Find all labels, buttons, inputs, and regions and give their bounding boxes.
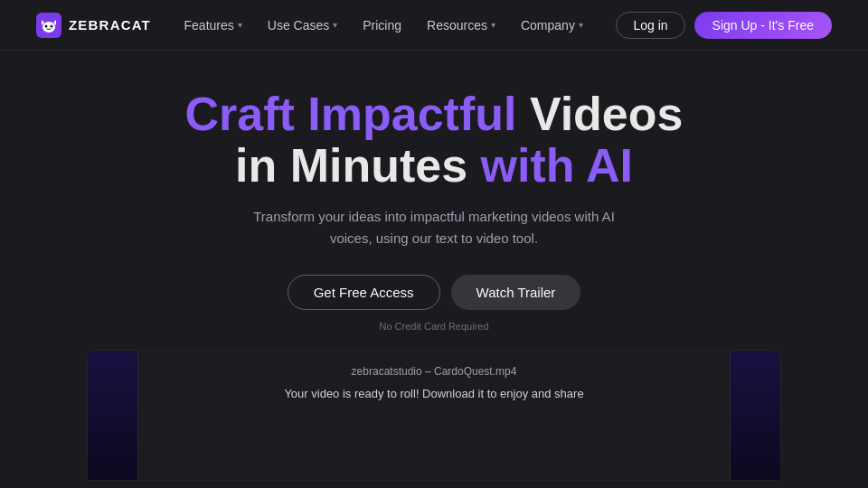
video-preview: zebracatstudio – CardoQuest.mp4 Your vid… — [87, 350, 781, 481]
chevron-down-icon: ▾ — [333, 20, 337, 30]
video-sidebar-left — [88, 351, 137, 480]
signup-button[interactable]: Sign Up - It's Free — [694, 12, 832, 39]
video-filename: zebracatstudio – CardoQuest.mp4 — [160, 365, 708, 378]
hero-buttons: Get Free Access Watch Trailer — [288, 275, 581, 310]
nav-actions: Log in Sign Up - It's Free — [616, 12, 832, 39]
navbar: ZEBRACAT Features ▾ Use Cases ▾ Pricing … — [0, 0, 868, 51]
svg-point-1 — [42, 22, 55, 33]
video-message: Your video is ready to roll! Download it… — [160, 387, 708, 400]
get-free-access-button[interactable]: Get Free Access — [288, 275, 440, 310]
nav-item-features[interactable]: Features ▾ — [184, 18, 242, 33]
logo-icon — [36, 13, 61, 38]
no-credit-card-text: No Credit Card Required — [379, 321, 488, 332]
nav-item-use-cases[interactable]: Use Cases ▾ — [268, 18, 337, 33]
nav-item-pricing[interactable]: Pricing — [363, 18, 401, 33]
watch-trailer-button[interactable]: Watch Trailer — [451, 275, 581, 310]
login-button[interactable]: Log in — [616, 12, 684, 39]
video-sidebar-right — [731, 351, 780, 480]
chevron-down-icon: ▾ — [579, 20, 583, 30]
hero-title: Craft Impactful Videos in Minutes with A… — [185, 89, 684, 192]
nav-item-company[interactable]: Company ▾ — [521, 18, 583, 33]
nav-item-resources[interactable]: Resources ▾ — [427, 18, 495, 33]
logo[interactable]: ZEBRACAT — [36, 13, 151, 38]
video-main-area: zebracatstudio – CardoQuest.mp4 Your vid… — [137, 351, 731, 480]
hero-subtitle: Transform your ideas into impactful mark… — [244, 206, 624, 249]
svg-point-2 — [45, 24, 48, 27]
nav-links: Features ▾ Use Cases ▾ Pricing Resources… — [184, 18, 583, 33]
chevron-down-icon: ▾ — [238, 20, 242, 30]
chevron-down-icon: ▾ — [491, 20, 495, 30]
svg-point-3 — [51, 24, 53, 27]
hero-section: Craft Impactful Videos in Minutes with A… — [0, 51, 868, 481]
logo-text: ZEBRACAT — [69, 17, 151, 33]
